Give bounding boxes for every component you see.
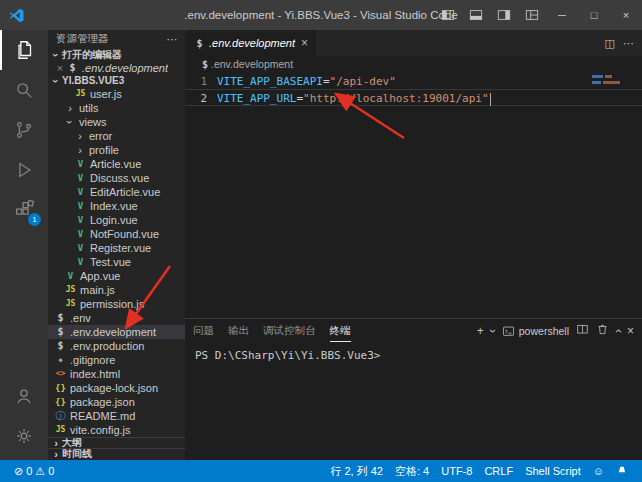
tree-item-EditArticle.vue[interactable]: VEditArticle.vue [48,185,185,199]
explorer-more-actions-icon[interactable]: ⋯ [167,33,178,45]
tree-item-.env[interactable]: $.env [48,311,185,325]
vue-file-icon: V [74,255,87,269]
notifications-bell-icon[interactable] [610,465,634,477]
file-label: Index.vue [90,199,138,213]
encoding-status[interactable]: UTF-8 [435,465,478,477]
kill-terminal-icon[interactable] [596,323,609,339]
toggle-sidebar-icon[interactable] [434,0,462,30]
file-label: user.js [90,87,122,101]
file-label: App.vue [80,269,120,283]
chevron-right-icon: › [74,143,86,157]
errors-count: 0 [26,465,32,477]
tree-item-README.md[interactable]: ⓘREADME.md [48,409,185,423]
settings-gear-icon[interactable] [0,416,48,456]
toggle-panel-icon[interactable] [462,0,490,30]
close-editor-icon[interactable]: × [54,62,66,74]
tree-item-NotFound.vue[interactable]: VNotFound.vue [48,227,185,241]
cursor-position-status[interactable]: 行 2, 列 42 [324,464,389,479]
chevron-down-icon: › [50,75,62,87]
tree-item-user.js[interactable]: JSuser.js [48,87,185,101]
tree-item-permission.js[interactable]: JSpermission.js [48,297,185,311]
warnings-count: 0 [48,465,54,477]
eol-status[interactable]: CRLF [478,465,519,477]
maximize-button[interactable]: □ [578,0,610,30]
line-content: VITE_APP_BASEAPI="/api-dev" [217,73,396,88]
tree-item-App.vue[interactable]: VApp.vue [48,269,185,283]
code-line-1[interactable]: 1VITE_APP_BASEAPI="/api-dev" [185,72,642,89]
vue-file-icon: V [74,241,87,255]
run-debug-icon[interactable] [0,150,48,190]
terminal-shell-selector[interactable]: powershell [502,325,569,338]
customize-layout-icon[interactable] [518,0,546,30]
close-window-button[interactable]: × [610,0,642,30]
tree-item-index.html[interactable]: <>index.html [48,367,185,381]
file-label: Register.vue [90,241,151,255]
code-editor[interactable]: 1VITE_APP_BASEAPI="/api-dev"2VITE_APP_UR… [185,72,642,318]
tree-item-Login.vue[interactable]: VLogin.vue [48,213,185,227]
editor-area: $ .env.development × ◫ ⋯ $ .env.developm… [185,30,642,460]
split-terminal-icon[interactable] [576,323,589,339]
outline-section-header[interactable]: › 大纲 [48,437,185,448]
tab-env-development[interactable]: $ .env.development × [185,30,316,56]
panel-tab-输出[interactable]: 输出 [228,320,249,342]
folder-section-header[interactable]: › YI.BBS.VUE3 [48,74,185,87]
indentation-status[interactable]: 空格: 4 [389,464,435,479]
outline-label: 大纲 [62,437,82,448]
code-line-2[interactable]: 2VITE_APP_URL="http://localhost:19001/ap… [185,89,642,106]
explorer-icon[interactable] [0,30,48,70]
panel-tab-终端[interactable]: 终端 [330,320,351,342]
editor-tab-bar: $ .env.development × ◫ ⋯ [185,30,642,56]
panel-tab-问题[interactable]: 问题 [193,320,214,342]
tree-item-utils[interactable]: ›utils [48,101,185,115]
tree-item-Discuss.vue[interactable]: VDiscuss.vue [48,171,185,185]
tree-item-Article.vue[interactable]: VArticle.vue [48,157,185,171]
line-number: 2 [185,90,217,105]
split-editor-icon[interactable]: ◫ [605,37,615,50]
tree-item-package-lock.json[interactable]: {}package-lock.json [48,381,185,395]
open-editors-section-header[interactable]: › 打开的编辑器 [48,48,185,61]
file-label: NotFound.vue [90,227,159,241]
terminal[interactable]: PS D:\CSharp\Yi\Yi.BBS.Vue3> [185,343,642,460]
tree-item-package.json[interactable]: {}package.json [48,395,185,409]
title-bar: .env.development - Yi.BBS.Vue3 - Visual … [0,0,642,30]
tree-item-Index.vue[interactable]: VIndex.vue [48,199,185,213]
file-label: views [79,115,107,129]
extensions-icon[interactable]: 1 [0,190,48,230]
tree-item-.gitignore[interactable]: ◆.gitignore [48,353,185,367]
tree-item-.env.production[interactable]: $.env.production [48,339,185,353]
close-tab-icon[interactable]: × [301,36,308,50]
toggle-secondary-sidebar-icon[interactable] [490,0,518,30]
minimize-button[interactable]: ─ [546,0,578,30]
terminal-profile-dropdown-icon[interactable]: › [486,329,500,333]
new-terminal-icon[interactable]: + [477,324,484,338]
tree-item-Test.vue[interactable]: VTest.vue [48,255,185,269]
file-label: .env [70,311,91,325]
text-cursor [490,93,491,106]
file-label: Discuss.vue [90,171,149,185]
panel-tab-调试控制台[interactable]: 调试控制台 [263,320,316,342]
tree-item-main.js[interactable]: JSmain.js [48,283,185,297]
maximize-panel-icon[interactable]: › [611,329,625,333]
open-editor-item[interactable]: × $ .env.development [48,61,185,74]
editor-more-actions-icon[interactable]: ⋯ [623,37,634,50]
language-mode-status[interactable]: Shell Script [519,465,587,477]
tree-item-Register.vue[interactable]: VRegister.vue [48,241,185,255]
tree-item-profile[interactable]: ›profile [48,143,185,157]
minimap[interactable] [592,75,634,87]
feedback-smiley-icon[interactable]: ☺ [587,465,610,477]
json-file-icon: {} [54,381,67,395]
breadcrumb[interactable]: $ .env.development [185,56,642,72]
source-control-icon[interactable] [0,110,48,150]
shellscript-file-icon: $ [193,38,206,49]
problems-status[interactable]: ⊘ 0 ⚠ 0 [8,465,60,478]
tree-item-error[interactable]: ›error [48,129,185,143]
tree-item-.env.development[interactable]: $.env.development [48,325,185,339]
vue-file-icon: V [74,213,87,227]
close-panel-icon[interactable]: × [627,324,634,338]
accounts-icon[interactable] [0,376,48,416]
readme-info-icon: ⓘ [54,409,67,423]
tree-item-views[interactable]: ›views [48,115,185,129]
tree-item-vite.config.js[interactable]: JSvite.config.js [48,423,185,437]
timeline-section-header[interactable]: › 时间线 [48,448,185,459]
search-icon[interactable] [0,70,48,110]
